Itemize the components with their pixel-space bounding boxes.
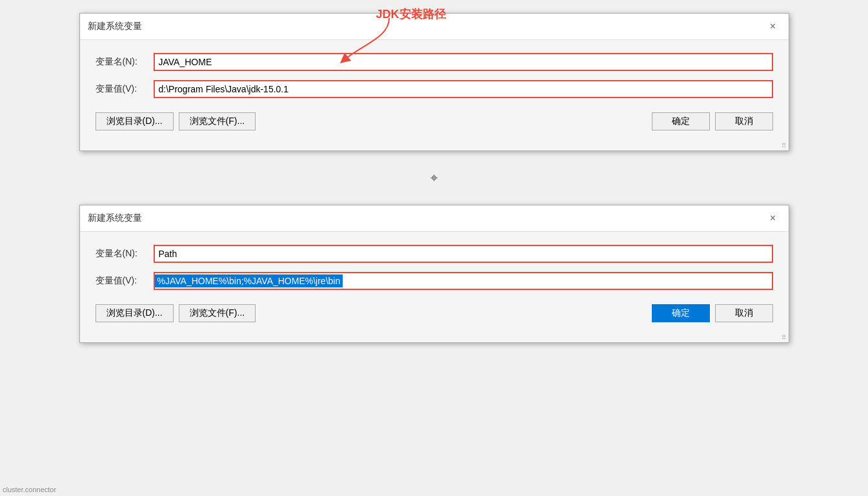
dialog2-varname-row: 变量名(N): xyxy=(96,245,773,263)
cursor-indicator: ⌖ xyxy=(430,170,438,185)
dialog2-body: 变量名(N): 变量值(V): %JAVA_HOME%\bin;%JAVA_HO… xyxy=(80,232,789,333)
footer-text: cluster.connector xyxy=(3,486,56,493)
dialog1-resize-handle: ⠿ xyxy=(80,141,789,150)
dialog2-varvalue-display[interactable]: %JAVA_HOME%\bin;%JAVA_HOME%\jre\bin xyxy=(154,272,773,290)
dialog2-btn-row: 浏览目录(D)... 浏览文件(F)... 确定 取消 xyxy=(96,299,773,322)
dialog1-varname-row: 变量名(N): xyxy=(96,53,773,71)
dialog1-confirm-btns: 确定 取消 xyxy=(652,112,773,130)
dialog2-cancel-button[interactable]: 取消 xyxy=(715,304,773,322)
dialog1-varvalue-row: 变量值(V): xyxy=(96,80,773,98)
dialog1-ok-button[interactable]: 确定 xyxy=(652,112,710,130)
dialog2-varvalue-row: 变量值(V): %JAVA_HOME%\bin;%JAVA_HOME%\jre\… xyxy=(96,272,773,290)
dialog2: 新建系统变量 × 变量名(N): 变量值(V): %JAVA_HOME%\bin… xyxy=(79,205,789,343)
dialog1-varvalue-label: 变量值(V): xyxy=(96,83,154,95)
dialog2-browse-file-button[interactable]: 浏览文件(F)... xyxy=(179,304,256,322)
dialog1-browse-file-button[interactable]: 浏览文件(F)... xyxy=(179,112,256,130)
dialog2-close-button[interactable]: × xyxy=(765,211,781,226)
dialog1-btn-row: 浏览目录(D)... 浏览文件(F)... 确定 取消 xyxy=(96,107,773,130)
annotation-arrow xyxy=(325,18,409,63)
dialog2-ok-button[interactable]: 确定 xyxy=(652,304,710,322)
dialog2-varvalue-input-wrapper: %JAVA_HOME%\bin;%JAVA_HOME%\jre\bin xyxy=(154,272,773,290)
dialog1-browse-dir-button[interactable]: 浏览目录(D)... xyxy=(96,112,174,130)
dialog2-confirm-btns: 确定 取消 xyxy=(652,304,773,322)
dialog2-resize-handle: ⠿ xyxy=(80,333,789,342)
dialog1-varname-input[interactable] xyxy=(154,53,773,71)
dialog1-cancel-button[interactable]: 取消 xyxy=(715,112,773,130)
dialog1-close-button[interactable]: × xyxy=(765,19,781,34)
dialog2-browse-dir-button[interactable]: 浏览目录(D)... xyxy=(96,304,174,322)
dialog1-varvalue-input[interactable] xyxy=(154,80,773,98)
dialog1-title: 新建系统变量 xyxy=(88,21,142,32)
dialog1-body: 变量名(N): 变量值(V): 浏览目录(D)... 浏览文件(F)... 确定… xyxy=(80,40,789,141)
dialog2-title: 新建系统变量 xyxy=(88,212,142,224)
dialog1-wrapper: JDK安装路径 新建系统变量 × 变量名(N): 变量值(V): xyxy=(79,13,789,151)
dialog1-varname-label: 变量名(N): xyxy=(96,56,154,68)
dialog2-varname-label: 变量名(N): xyxy=(96,248,154,260)
dialog2-titlebar: 新建系统变量 × xyxy=(80,205,789,232)
dialog2-wrapper: 新建系统变量 × 变量名(N): 变量值(V): %JAVA_HOME%\bin… xyxy=(79,205,789,343)
dialog2-varname-input[interactable] xyxy=(154,245,773,263)
dialog1: 新建系统变量 × 变量名(N): 变量值(V): 浏览目录(D)... 浏览文件… xyxy=(79,13,789,151)
dialog2-varvalue-label: 变量值(V): xyxy=(96,275,154,287)
dialog2-varvalue-selected-text: %JAVA_HOME%\bin;%JAVA_HOME%\jre\bin xyxy=(155,274,343,287)
